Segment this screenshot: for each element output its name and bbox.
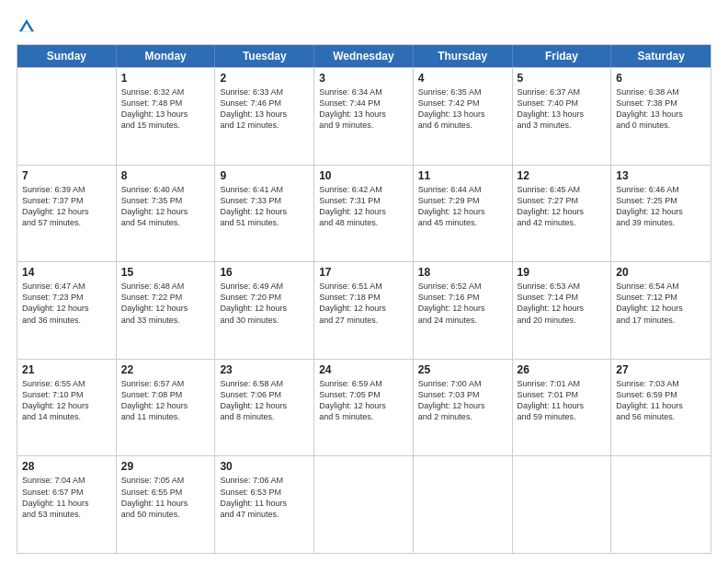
cell-info-line: Daylight: 12 hours (518, 303, 607, 314)
cell-info-line: and 6 minutes. (418, 120, 507, 131)
calendar-cell: 18Sunrise: 6:52 AMSunset: 7:16 PMDayligh… (414, 262, 513, 359)
cell-info-line: Daylight: 12 hours (319, 400, 408, 411)
cell-info-line: Sunrise: 6:58 AM (220, 378, 309, 389)
calendar-cell: 29Sunrise: 7:05 AMSunset: 6:55 PMDayligh… (117, 456, 216, 553)
calendar-cell: 21Sunrise: 6:55 AMSunset: 7:10 PMDayligh… (17, 360, 117, 456)
calendar-cell: 8Sunrise: 6:40 AMSunset: 7:35 PMDaylight… (117, 166, 216, 262)
cell-info-line: Sunset: 7:40 PM (518, 98, 607, 109)
cell-info-line: and 30 minutes. (220, 315, 309, 326)
page: SundayMondayTuesdayWednesdayThursdayFrid… (0, 0, 728, 563)
cell-info-line: Daylight: 12 hours (616, 303, 706, 314)
cell-info-line: Daylight: 12 hours (121, 303, 210, 314)
cell-info-line: and 54 minutes. (121, 217, 210, 228)
cell-info-line: Sunrise: 6:32 AM (121, 86, 210, 98)
cell-info-line: Daylight: 12 hours (22, 400, 111, 411)
cell-info-line: Sunrise: 6:59 AM (319, 378, 408, 389)
calendar-row-1: 7Sunrise: 6:39 AMSunset: 7:37 PMDaylight… (17, 165, 711, 262)
cell-info-line: Sunset: 7:25 PM (616, 195, 706, 206)
calendar-cell: 3Sunrise: 6:34 AMSunset: 7:44 PMDaylight… (314, 68, 414, 165)
cell-info-line: and 12 minutes. (220, 120, 309, 131)
calendar-header: SundayMondayTuesdayWednesdayThursdayFrid… (17, 45, 711, 67)
day-number: 3 (319, 72, 408, 85)
calendar: SundayMondayTuesdayWednesdayThursdayFrid… (17, 44, 711, 554)
cell-info-line: Sunrise: 6:49 AM (220, 281, 309, 292)
calendar-cell: 6Sunrise: 6:38 AMSunset: 7:38 PMDaylight… (611, 68, 711, 165)
cell-info-line: Sunset: 7:23 PM (22, 292, 111, 303)
cell-info-line: Daylight: 13 hours (121, 109, 210, 120)
cell-info-line: Sunrise: 6:45 AM (518, 184, 607, 195)
cell-info-line: Daylight: 12 hours (121, 400, 210, 411)
cell-info-line: and 48 minutes. (319, 217, 408, 228)
cell-info-line: Sunset: 7:01 PM (518, 389, 607, 400)
cell-info-line: and 9 minutes. (319, 120, 408, 131)
cell-info-line: Sunset: 7:48 PM (121, 98, 210, 109)
cell-info-line: and 39 minutes. (616, 217, 706, 228)
day-number: 27 (616, 363, 706, 376)
cell-info-line: Sunrise: 7:03 AM (616, 378, 706, 389)
cell-info-line: Sunset: 7:35 PM (121, 195, 210, 206)
day-number: 9 (220, 169, 309, 182)
day-number: 13 (616, 169, 706, 182)
cell-info-line: Sunset: 7:29 PM (418, 195, 507, 206)
cell-info-line: Sunrise: 6:44 AM (418, 184, 507, 195)
cell-info-line: and 14 minutes. (22, 411, 111, 422)
day-number: 29 (121, 460, 210, 473)
logo-icon (17, 17, 37, 37)
day-number: 8 (121, 169, 210, 182)
calendar-cell: 15Sunrise: 6:48 AMSunset: 7:22 PMDayligh… (117, 262, 216, 359)
calendar-cell: 22Sunrise: 6:57 AMSunset: 7:08 PMDayligh… (117, 360, 216, 456)
cell-info-line: Sunset: 7:10 PM (22, 389, 111, 400)
calendar-cell: 17Sunrise: 6:51 AMSunset: 7:18 PMDayligh… (314, 262, 414, 359)
calendar-cell: 30Sunrise: 7:06 AMSunset: 6:53 PMDayligh… (215, 456, 314, 553)
cell-info-line: Daylight: 12 hours (616, 206, 706, 217)
cell-info-line: and 59 minutes. (518, 411, 607, 422)
calendar-cell: 24Sunrise: 6:59 AMSunset: 7:05 PMDayligh… (314, 360, 414, 456)
day-number: 5 (518, 72, 607, 85)
cell-info-line: Sunrise: 6:57 AM (121, 378, 210, 389)
cell-info-line: Sunset: 7:06 PM (220, 389, 309, 400)
cell-info-line: Sunset: 7:31 PM (319, 195, 408, 206)
calendar-cell: 20Sunrise: 6:54 AMSunset: 7:12 PMDayligh… (611, 262, 711, 359)
calendar-cell: 27Sunrise: 7:03 AMSunset: 6:59 PMDayligh… (611, 360, 711, 456)
cell-info-line: Sunset: 7:14 PM (518, 292, 607, 303)
calendar-cell (414, 456, 513, 553)
cell-info-line: Daylight: 11 hours (518, 400, 607, 411)
day-number: 20 (616, 266, 706, 279)
calendar-row-2: 14Sunrise: 6:47 AMSunset: 7:23 PMDayligh… (17, 261, 711, 359)
cell-info-line: and 5 minutes. (319, 411, 408, 422)
cell-info-line: and 42 minutes. (518, 217, 607, 228)
cell-info-line: Sunset: 7:33 PM (220, 195, 309, 206)
cell-info-line: Sunrise: 6:39 AM (22, 184, 111, 195)
cell-info-line: and 11 minutes. (121, 411, 210, 422)
cell-info-line: Sunrise: 7:05 AM (121, 475, 210, 486)
cell-info-line: Sunset: 7:27 PM (518, 195, 607, 206)
cell-info-line: Daylight: 12 hours (220, 206, 309, 217)
cell-info-line: Daylight: 13 hours (518, 109, 607, 120)
cell-info-line: Sunset: 6:53 PM (220, 487, 309, 498)
cell-info-line: Sunset: 7:16 PM (418, 292, 507, 303)
day-number: 19 (518, 266, 607, 279)
cell-info-line: Daylight: 11 hours (121, 498, 210, 509)
cell-info-line: Daylight: 11 hours (22, 498, 111, 509)
cell-info-line: and 3 minutes. (518, 120, 607, 131)
cell-info-line: and 24 minutes. (418, 315, 507, 326)
day-number: 10 (319, 169, 408, 182)
calendar-row-3: 21Sunrise: 6:55 AMSunset: 7:10 PMDayligh… (17, 359, 711, 456)
cell-info-line: Daylight: 12 hours (418, 400, 507, 411)
cell-info-line: Daylight: 12 hours (22, 206, 111, 217)
calendar-cell: 19Sunrise: 6:53 AMSunset: 7:14 PMDayligh… (513, 262, 612, 359)
day-number: 7 (22, 169, 111, 182)
day-number: 16 (220, 266, 309, 279)
day-number: 4 (418, 72, 507, 85)
calendar-cell: 9Sunrise: 6:41 AMSunset: 7:33 PMDaylight… (215, 166, 314, 262)
day-number: 14 (22, 266, 111, 279)
cell-info-line: Daylight: 12 hours (121, 206, 210, 217)
cell-info-line: Sunrise: 6:48 AM (121, 281, 210, 292)
calendar-cell: 23Sunrise: 6:58 AMSunset: 7:06 PMDayligh… (215, 360, 314, 456)
cell-info-line: Daylight: 12 hours (220, 400, 309, 411)
cell-info-line: Daylight: 11 hours (220, 498, 309, 509)
cell-info-line: Sunrise: 6:55 AM (22, 378, 111, 389)
cell-info-line: Daylight: 12 hours (418, 206, 507, 217)
day-number: 12 (518, 169, 607, 182)
cell-info-line: and 0 minutes. (616, 120, 706, 131)
